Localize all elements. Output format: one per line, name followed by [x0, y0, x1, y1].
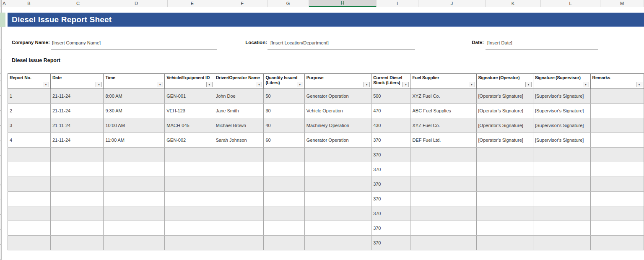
table-cell[interactable] — [410, 162, 476, 177]
table-cell[interactable] — [476, 221, 533, 236]
table-cell[interactable] — [476, 236, 533, 250]
filter-dropdown-button[interactable]: ▼ — [206, 82, 213, 87]
table-cell[interactable]: 370 — [371, 236, 410, 250]
table-cell[interactable]: Machinery Operation — [304, 118, 371, 133]
table-cell[interactable] — [8, 236, 51, 250]
table-cell[interactable] — [8, 177, 51, 192]
table-cell[interactable] — [8, 148, 51, 162]
column-header-I[interactable]: I — [377, 0, 418, 7]
table-cell[interactable] — [214, 148, 264, 162]
table-cell[interactable] — [410, 148, 476, 162]
table-cell[interactable]: DEF Fuel Ltd. — [410, 133, 476, 148]
table-cell[interactable]: 470 — [371, 104, 410, 118]
column-header-K[interactable]: K — [486, 0, 541, 7]
table-cell[interactable]: VEH-123 — [165, 104, 214, 118]
column-header-J[interactable]: J — [418, 0, 486, 7]
table-cell[interactable] — [590, 118, 644, 133]
column-header-A[interactable]: A — [2, 0, 7, 7]
table-cell[interactable] — [476, 206, 533, 221]
table-cell[interactable]: 50 — [264, 89, 304, 104]
table-cell[interactable]: 3 — [8, 118, 51, 133]
table-cell[interactable] — [165, 162, 214, 177]
table-cell[interactable] — [410, 236, 476, 250]
table-cell[interactable]: Jane Smith — [214, 104, 264, 118]
table-cell[interactable] — [264, 177, 304, 192]
table-cell[interactable] — [50, 162, 103, 177]
column-header-E[interactable]: E — [168, 0, 217, 7]
filter-dropdown-button[interactable]: ▼ — [256, 82, 262, 87]
table-cell[interactable]: 9:30 AM — [104, 104, 165, 118]
table-cell[interactable]: 60 — [264, 133, 304, 148]
filter-dropdown-button[interactable]: ▼ — [469, 82, 475, 87]
table-cell[interactable]: 370 — [371, 133, 410, 148]
table-cell[interactable] — [50, 148, 103, 162]
table-cell[interactable] — [476, 177, 533, 192]
table-cell[interactable]: Michael Brown — [214, 118, 264, 133]
column-header-L[interactable]: L — [541, 0, 600, 7]
table-cell[interactable] — [590, 104, 644, 118]
table-cell[interactable] — [214, 206, 264, 221]
table-cell[interactable] — [214, 236, 264, 250]
table-cell[interactable]: Generator Operation — [304, 89, 371, 104]
filter-dropdown-button[interactable]: ▼ — [43, 82, 49, 87]
table-cell[interactable]: MACH-045 — [165, 118, 214, 133]
table-cell[interactable] — [590, 221, 644, 236]
table-cell[interactable]: 370 — [371, 221, 410, 236]
table-cell[interactable]: ABC Fuel Supplies — [410, 104, 476, 118]
table-cell[interactable]: 21-11-24 — [50, 118, 103, 133]
table-cell[interactable] — [533, 177, 590, 192]
table-cell[interactable] — [8, 192, 51, 206]
table-cell[interactable] — [304, 162, 371, 177]
table-cell[interactable] — [104, 162, 165, 177]
table-cell[interactable] — [50, 236, 103, 250]
table-cell[interactable] — [304, 177, 371, 192]
table-cell[interactable]: 370 — [371, 192, 410, 206]
table-cell[interactable] — [304, 221, 371, 236]
location-value[interactable]: [Insert Location/Department] — [270, 40, 329, 46]
table-cell[interactable] — [214, 221, 264, 236]
column-header-G[interactable]: G — [267, 0, 309, 7]
table-cell[interactable] — [590, 162, 644, 177]
table-cell[interactable] — [104, 192, 165, 206]
table-cell[interactable]: 4 — [8, 133, 51, 148]
table-cell[interactable] — [476, 148, 533, 162]
table-cell[interactable]: Sarah Johnson — [214, 133, 264, 148]
table-cell[interactable]: Vehicle Operation — [304, 104, 371, 118]
column-header-M[interactable]: M — [600, 0, 644, 7]
table-cell[interactable] — [410, 206, 476, 221]
column-header-H-selected[interactable]: H — [309, 0, 377, 7]
table-cell[interactable]: 370 — [371, 177, 410, 192]
table-cell[interactable] — [50, 177, 103, 192]
table-cell[interactable] — [410, 221, 476, 236]
table-cell[interactable]: John Doe — [214, 89, 264, 104]
highlighted-cell-a2[interactable] — [0, 13, 5, 27]
table-cell[interactable]: 2 — [8, 104, 51, 118]
table-cell[interactable] — [104, 148, 165, 162]
table-cell[interactable] — [165, 221, 214, 236]
table-cell[interactable] — [590, 177, 644, 192]
table-cell[interactable] — [165, 148, 214, 162]
column-header-B[interactable]: B — [7, 0, 51, 7]
table-cell[interactable] — [8, 221, 51, 236]
filter-dropdown-button[interactable]: ▼ — [157, 82, 163, 87]
table-cell[interactable] — [410, 177, 476, 192]
company-name-value[interactable]: [Insert Company Name] — [52, 40, 101, 46]
table-cell[interactable]: Generator Operation — [304, 133, 371, 148]
table-cell[interactable] — [264, 236, 304, 250]
column-header-F[interactable]: F — [217, 0, 267, 7]
table-cell[interactable]: [Supervisor's Signature] — [533, 104, 590, 118]
table-cell[interactable] — [410, 192, 476, 206]
table-cell[interactable]: XYZ Fuel Co. — [410, 89, 476, 104]
table-cell[interactable] — [264, 192, 304, 206]
table-cell[interactable]: [Supervisor's Signature] — [533, 118, 590, 133]
table-cell[interactable]: 430 — [371, 118, 410, 133]
table-cell[interactable] — [8, 162, 51, 177]
table-cell[interactable]: GEN-002 — [165, 133, 214, 148]
filter-dropdown-button[interactable]: ▼ — [525, 82, 532, 87]
table-cell[interactable] — [533, 206, 590, 221]
table-cell[interactable] — [214, 192, 264, 206]
table-cell[interactable] — [264, 221, 304, 236]
column-header-C[interactable]: C — [51, 0, 105, 7]
table-cell[interactable] — [165, 236, 214, 250]
filter-dropdown-button[interactable]: ▼ — [297, 82, 303, 87]
